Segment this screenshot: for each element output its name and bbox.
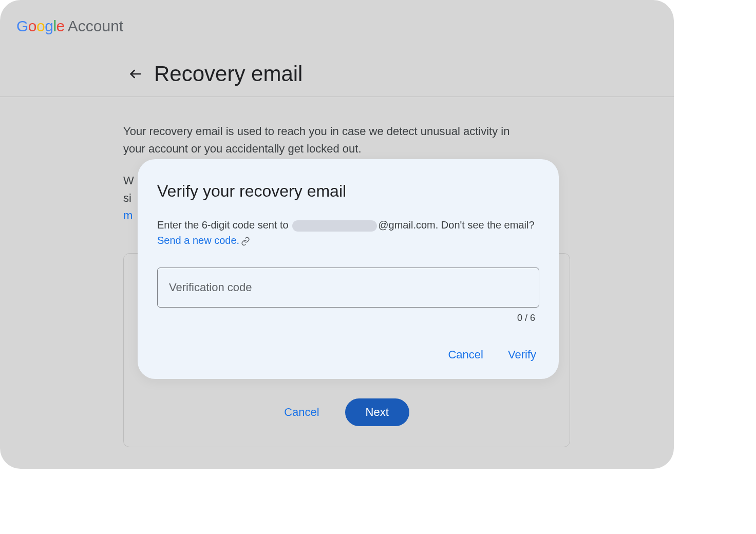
next-button[interactable]: Next: [345, 398, 409, 426]
logo-letter: o: [28, 17, 36, 35]
code-input-wrap: 0 / 6: [157, 268, 539, 323]
cancel-button[interactable]: Cancel: [284, 406, 319, 419]
dialog-cancel-button[interactable]: Cancel: [448, 348, 483, 361]
account-label: Account: [68, 17, 123, 35]
dialog-actions: Cancel Verify: [157, 348, 539, 361]
verification-code-input[interactable]: [157, 268, 539, 308]
verify-dialog: Verify your recovery email Enter the 6-d…: [138, 159, 559, 379]
dialog-body-prefix: Enter the 6-digit code sent to: [157, 219, 291, 231]
char-counter: 0 / 6: [157, 313, 539, 323]
logo-letter: e: [56, 17, 65, 35]
send-new-code-link[interactable]: Send a new code.: [157, 235, 239, 246]
dialog-body: Enter the 6-digit code sent to @gmail.co…: [157, 217, 539, 248]
logo-letter: g: [45, 17, 53, 35]
logo-letter: o: [36, 17, 45, 35]
logo-letter: G: [16, 17, 28, 35]
dialog-title: Verify your recovery email: [157, 182, 539, 201]
page-title: Recovery email: [154, 62, 303, 86]
google-logo: Google: [16, 17, 65, 35]
app-frame: Google Account Recovery email Your recov…: [0, 0, 674, 469]
header: Google Account: [0, 0, 674, 41]
dialog-body-suffix: Don't see the email?: [438, 219, 534, 231]
back-arrow-icon[interactable]: [123, 62, 148, 86]
link-icon: [241, 237, 250, 246]
description-text: Your recovery email is used to reach you…: [123, 123, 524, 158]
dialog-email-domain: @gmail.com.: [378, 219, 438, 231]
title-row: Recovery email: [0, 62, 674, 86]
background-card-actions: Cancel Next: [124, 398, 570, 426]
dialog-verify-button[interactable]: Verify: [508, 348, 536, 361]
redacted-email: [292, 220, 377, 232]
